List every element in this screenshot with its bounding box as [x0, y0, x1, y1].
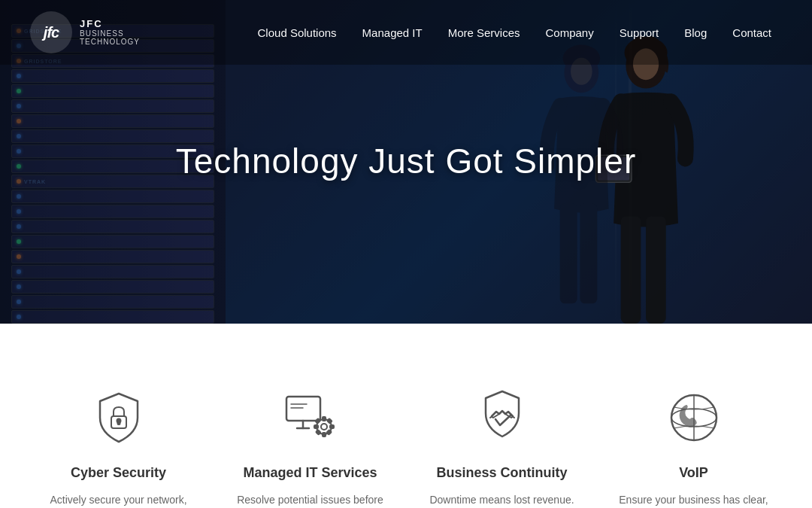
svg-rect-8	[560, 203, 577, 303]
nav-managed-it[interactable]: Managed IT	[352, 22, 433, 44]
svg-rect-9	[580, 203, 597, 303]
services-grid: Cyber Security Actively secure your netw…	[30, 369, 782, 508]
managed-it-title: Managed IT Services	[243, 465, 377, 481]
hero-title: Technology Just Got Simpler	[143, 141, 669, 182]
svg-rect-25	[330, 425, 334, 428]
monitor-gear-svg	[280, 388, 341, 448]
managed-it-desc: Resolve potential issues before they imp…	[235, 491, 386, 508]
hero-content: Technology Just Got Simpler	[143, 141, 669, 182]
service-card-voip: VoIP Ensure your business has clear, rel…	[611, 369, 777, 508]
svg-rect-23	[323, 433, 326, 437]
voip-desc: Ensure your business has clear, reliable…	[619, 491, 769, 508]
svg-rect-26	[315, 418, 320, 423]
logo[interactable]: jfc JFC BUSINESSTECHNOLOGY	[30, 11, 140, 53]
managed-it-icon	[277, 384, 344, 452]
main-nav: Cloud Solutions Managed IT More Services…	[247, 22, 782, 44]
site-header: jfc JFC BUSINESSTECHNOLOGY Cloud Solutio…	[0, 0, 812, 65]
svg-rect-14	[117, 421, 120, 424]
cyber-security-icon	[85, 384, 153, 452]
svg-rect-15	[286, 397, 320, 421]
logo-text-area: JFC BUSINESSTECHNOLOGY	[80, 19, 140, 46]
nav-more-services[interactable]: More Services	[438, 22, 531, 44]
voip-title: VoIP	[679, 465, 708, 481]
svg-rect-24	[314, 425, 318, 428]
svg-rect-2	[646, 216, 666, 324]
service-card-business-continuity: Business Continuity Downtime means lost …	[420, 369, 585, 508]
voip-icon	[660, 384, 728, 452]
svg-point-21	[321, 424, 327, 430]
nav-support[interactable]: Support	[609, 22, 670, 44]
shield-lock-svg	[89, 388, 149, 448]
logo-circle: jfc	[30, 11, 72, 53]
svg-rect-28	[316, 430, 320, 434]
svg-rect-27	[326, 430, 331, 434]
phone-globe-svg	[664, 388, 724, 448]
nav-contact[interactable]: Contact	[722, 22, 782, 44]
nav-blog[interactable]: Blog	[674, 22, 717, 44]
services-section: Cyber Security Actively secure your netw…	[0, 324, 812, 508]
nav-cloud-solutions[interactable]: Cloud Solutions	[247, 22, 347, 44]
logo-brand: JFC	[80, 19, 140, 29]
svg-rect-29	[327, 418, 332, 423]
logo-subtitle: BUSINESSTECHNOLOGY	[80, 29, 140, 46]
business-continuity-icon	[468, 384, 536, 452]
cyber-security-title: Cyber Security	[71, 465, 166, 481]
cyber-security-desc: Actively secure your network, servers an…	[44, 491, 194, 508]
svg-rect-22	[323, 417, 326, 421]
business-continuity-title: Business Continuity	[436, 465, 567, 481]
hero-section: GRIDSTORE GRIDSTORE VTRAK	[0, 0, 812, 324]
svg-rect-1	[621, 216, 641, 324]
logo-initials: jfc	[44, 24, 59, 41]
service-card-managed-it: Managed IT Services Resolve potential is…	[228, 369, 393, 508]
handshake-shield-svg	[472, 388, 532, 448]
nav-company[interactable]: Company	[535, 22, 604, 44]
service-card-cyber-security: Cyber Security Actively secure your netw…	[36, 369, 201, 508]
business-continuity-desc: Downtime means lost revenue. Our clients…	[427, 491, 577, 508]
